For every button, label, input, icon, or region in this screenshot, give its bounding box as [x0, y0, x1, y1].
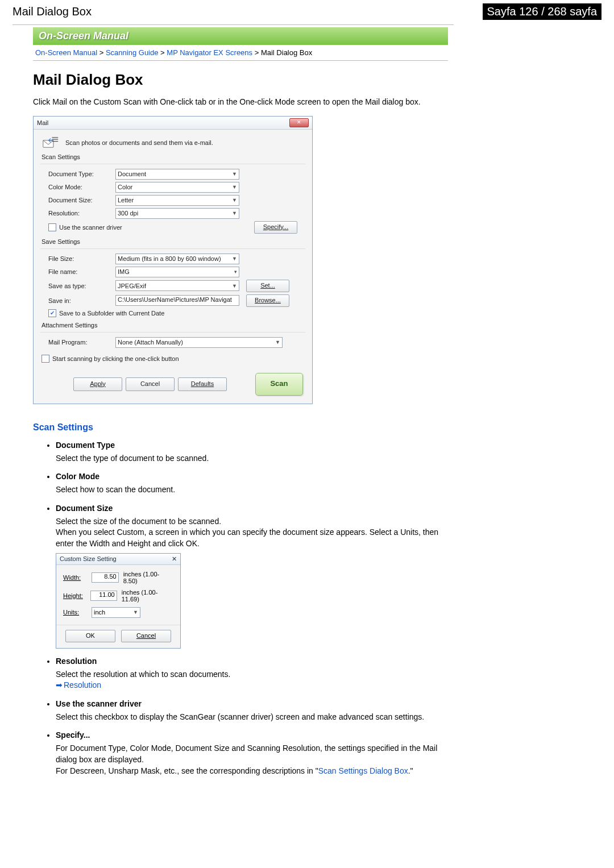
subfolder-label: Save to a Subfolder with Current Date: [59, 310, 164, 317]
arrow-right-icon: ➡: [56, 680, 63, 690]
opt-doc-type-desc: Select the type of document to be scanne…: [56, 453, 448, 464]
start-scanning-checkbox[interactable]: [42, 355, 49, 363]
doc-size-select[interactable]: Letter▼: [115, 195, 239, 206]
attach-settings-heading: Attachment Settings: [42, 322, 304, 329]
intro-text: Click Mail on the Custom Scan with One-c…: [33, 97, 448, 108]
csw-title: Custom Size Setting: [60, 555, 117, 562]
csw-width-label: Width:: [63, 574, 92, 581]
opt-specify-title: Specify...: [56, 730, 448, 740]
chevron-down-icon: ▼: [133, 609, 138, 615]
color-mode-select[interactable]: Color▼: [115, 182, 239, 193]
save-as-select[interactable]: JPEG/Exif▼: [115, 280, 239, 291]
opt-doc-type-title: Document Type: [56, 441, 448, 450]
close-icon[interactable]: ✕: [289, 118, 309, 127]
doc-type-label: Document Type:: [48, 171, 115, 177]
chevron-down-icon: ▼: [232, 171, 237, 177]
scan-settings-dialog-link[interactable]: Scan Settings Dialog Box: [318, 766, 408, 775]
use-driver-label: Use the scanner driver: [59, 224, 122, 231]
opt-use-driver-title: Use the scanner driver: [56, 699, 448, 708]
chevron-down-icon: ▼: [232, 283, 237, 289]
scan-settings-heading: Scan Settings: [42, 153, 304, 160]
save-in-path: C:\Users\UserName\Pictures\MP Navigat: [115, 295, 239, 306]
defaults-button[interactable]: Defaults: [178, 377, 227, 391]
file-name-label: File name:: [48, 268, 115, 275]
cancel-button[interactable]: Cancel: [126, 377, 175, 391]
manual-band: On-Screen Manual: [33, 27, 448, 45]
chevron-down-icon: ▼: [232, 210, 237, 216]
color-mode-label: Color Mode:: [48, 184, 115, 190]
use-driver-checkbox[interactable]: [48, 223, 56, 231]
subfolder-checkbox[interactable]: ✔: [48, 309, 56, 317]
start-scanning-label: Start scanning by clicking the one-click…: [52, 355, 179, 362]
mail-program-select[interactable]: None (Attach Manually)▼: [115, 337, 283, 348]
set-button[interactable]: Set...: [246, 280, 289, 292]
opt-doc-size-desc1: Select the size of the document to be sc…: [56, 516, 448, 528]
csw-cancel-button[interactable]: Cancel: [121, 630, 171, 642]
chevron-down-icon: ▼: [275, 339, 280, 345]
specify-button[interactable]: Specify...: [254, 221, 297, 234]
dialog-tagline: Scan photos or documents and send them v…: [65, 139, 213, 146]
breadcrumb: On-Screen Manual > Scanning Guide > MP N…: [33, 45, 448, 61]
scan-settings-h2: Scan Settings: [33, 422, 448, 433]
scan-button[interactable]: Scan: [255, 373, 303, 396]
mail-dialog: Mail ✕ Scan photos or documents and send…: [33, 116, 313, 404]
dialog-title: Mail: [37, 119, 48, 126]
page-title: Mail Dialog Box: [33, 71, 448, 89]
doc-size-label: Document Size:: [48, 197, 115, 203]
chevron-down-icon: ▼: [232, 256, 237, 261]
opt-doc-size-desc2: When you select Custom, a screen in whic…: [56, 527, 448, 549]
chevron-down-icon: ▼: [232, 197, 237, 203]
csw-height-input[interactable]: 11.00: [90, 591, 117, 601]
file-name-combo[interactable]: IMG▾: [115, 267, 239, 277]
save-as-label: Save as type:: [48, 283, 115, 289]
resolution-label: Resolution:: [48, 210, 115, 217]
browse-button[interactable]: Browse...: [246, 294, 289, 307]
apply-button[interactable]: Apply: [73, 377, 122, 391]
csw-units-select[interactable]: inch▼: [92, 607, 140, 618]
resolution-link[interactable]: Resolution: [64, 680, 101, 690]
csw-width-range: inches (1.00-8.50): [123, 571, 173, 584]
opt-resolution-title: Resolution: [56, 657, 448, 666]
opt-color-mode-title: Color Mode: [56, 472, 448, 481]
close-icon[interactable]: ✕: [172, 555, 177, 563]
crumb-sep: >: [158, 48, 167, 57]
csw-height-range: inches (1.00-11.69): [122, 589, 173, 603]
chevron-down-icon: ▼: [232, 184, 237, 190]
csw-ok-button[interactable]: OK: [65, 630, 115, 642]
crumb-sep: >: [97, 48, 106, 57]
crumb-onscreen-manual[interactable]: On-Screen Manual: [35, 48, 97, 57]
save-in-label: Save in:: [48, 297, 115, 304]
opt-specify-desc2: For Descreen, Unsharp Mask, etc., see th…: [56, 766, 448, 777]
crumb-scanning-guide[interactable]: Scanning Guide: [106, 48, 159, 57]
csw-width-input[interactable]: 8.50: [92, 572, 119, 583]
custom-size-dialog: Custom Size Setting✕ Width:8.50inches (1…: [56, 553, 181, 649]
doc-type-select[interactable]: Document▼: [115, 169, 239, 180]
mail-icon: [43, 136, 59, 149]
csw-height-label: Height:: [63, 592, 90, 599]
file-size-label: File Size:: [48, 255, 115, 262]
mail-program-label: Mail Program:: [48, 339, 115, 346]
file-size-select[interactable]: Medium (fits in a 800 by 600 window)▼: [115, 254, 239, 264]
opt-specify-desc1: For Document Type, Color Mode, Document …: [56, 743, 448, 765]
save-settings-heading: Save Settings: [42, 238, 304, 245]
opt-use-driver-desc: Select this checkbox to display the Scan…: [56, 712, 448, 723]
page-header-left: Mail Dialog Box: [13, 5, 92, 18]
resolution-select[interactable]: 300 dpi▼: [115, 208, 239, 219]
opt-doc-size-title: Document Size: [56, 504, 448, 513]
crumb-sep: >: [252, 48, 261, 57]
page-header-right: Sayfa 126 / 268 sayfa: [483, 3, 601, 20]
opt-color-mode-desc: Select how to scan the document.: [56, 484, 448, 496]
crumb-mpnav-screens[interactable]: MP Navigator EX Screens: [167, 48, 252, 57]
crumb-current: Mail Dialog Box: [261, 48, 312, 57]
csw-units-label: Units:: [63, 609, 92, 616]
opt-resolution-desc: Select the resolution at which to scan d…: [56, 669, 448, 680]
chevron-down-icon: ▾: [234, 269, 237, 275]
